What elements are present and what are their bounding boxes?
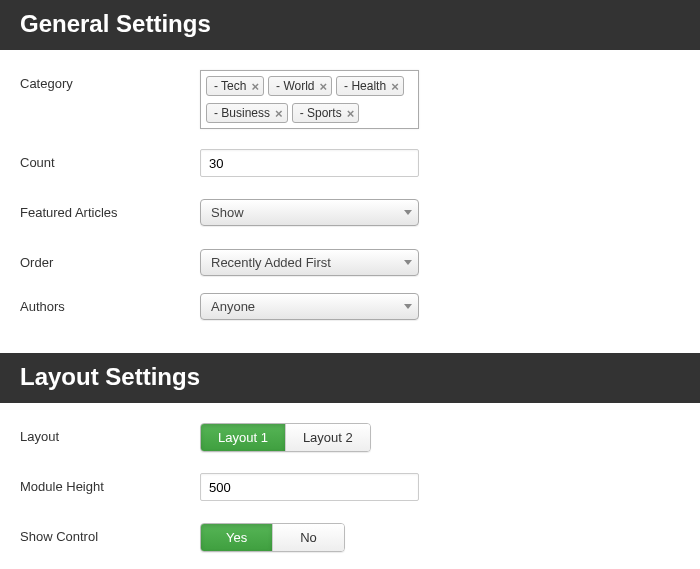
section-header-layout: Layout Settings — [0, 353, 700, 403]
layout-option-1[interactable]: Layout 1 — [201, 424, 285, 451]
count-input[interactable] — [200, 149, 419, 177]
layout-toggle: Layout 1 Layout 2 — [200, 423, 371, 452]
label-show-control: Show Control — [20, 523, 200, 544]
show-control-no[interactable]: No — [272, 524, 344, 551]
chevron-down-icon — [404, 304, 412, 309]
row-show-control: Show Control Yes No — [20, 523, 680, 553]
tag-business[interactable]: - Business× — [206, 103, 288, 123]
chevron-down-icon — [404, 260, 412, 265]
chevron-down-icon — [404, 210, 412, 215]
tag-health[interactable]: - Health× — [336, 76, 404, 96]
authors-select[interactable]: Anyone — [200, 293, 419, 320]
tag-world[interactable]: - World× — [268, 76, 332, 96]
row-layout: Layout Layout 1 Layout 2 — [20, 423, 680, 453]
section-title-layout: Layout Settings — [20, 363, 200, 390]
layout-option-2[interactable]: Layout 2 — [285, 424, 370, 451]
label-module-height: Module Height — [20, 473, 200, 494]
tag-tech[interactable]: - Tech× — [206, 76, 264, 96]
label-authors: Authors — [20, 293, 200, 314]
order-select[interactable]: Recently Added First — [200, 249, 419, 276]
authors-value: Anyone — [211, 299, 255, 314]
row-authors: Authors Anyone — [20, 293, 680, 323]
label-count: Count — [20, 149, 200, 170]
section-header-general: General Settings — [0, 0, 700, 50]
show-control-yes[interactable]: Yes — [201, 524, 272, 551]
section-body-general: Category - Tech× - World× - Health× - Bu… — [0, 50, 700, 353]
section-title-general: General Settings — [20, 10, 211, 37]
label-category: Category — [20, 70, 200, 91]
row-featured: Featured Articles Show — [20, 199, 680, 229]
featured-value: Show — [211, 205, 244, 220]
label-order: Order — [20, 249, 200, 270]
featured-select[interactable]: Show — [200, 199, 419, 226]
close-icon[interactable]: × — [251, 80, 259, 93]
section-body-layout: Layout Layout 1 Layout 2 Module Height S… — [0, 403, 700, 569]
close-icon[interactable]: × — [275, 107, 283, 120]
close-icon[interactable]: × — [391, 80, 399, 93]
row-category: Category - Tech× - World× - Health× - Bu… — [20, 70, 680, 129]
row-count: Count — [20, 149, 680, 179]
close-icon[interactable]: × — [320, 80, 328, 93]
tag-sports[interactable]: - Sports× — [292, 103, 360, 123]
order-value: Recently Added First — [211, 255, 331, 270]
label-layout: Layout — [20, 423, 200, 444]
category-tagbox[interactable]: - Tech× - World× - Health× - Business× -… — [200, 70, 419, 129]
close-icon[interactable]: × — [347, 107, 355, 120]
row-order: Order Recently Added First — [20, 249, 680, 279]
show-control-toggle: Yes No — [200, 523, 345, 552]
module-height-input[interactable] — [200, 473, 419, 501]
row-module-height: Module Height — [20, 473, 680, 503]
label-featured: Featured Articles — [20, 199, 200, 220]
